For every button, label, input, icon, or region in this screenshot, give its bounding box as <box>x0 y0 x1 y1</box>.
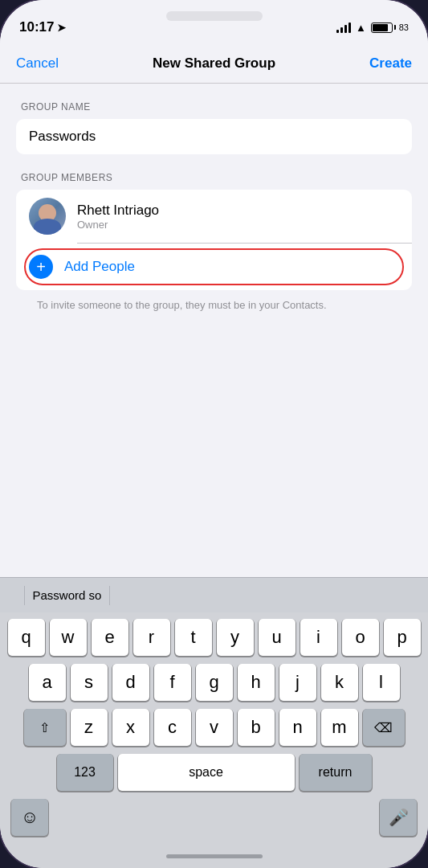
signal-bar-1 <box>336 30 339 33</box>
member-row: Rhett Intriago Owner <box>16 190 412 243</box>
suggestion-center[interactable]: Password so <box>25 585 110 605</box>
key-c[interactable]: c <box>154 709 191 746</box>
key-d[interactable]: d <box>112 664 149 701</box>
home-bar <box>166 854 263 858</box>
key-i[interactable]: i <box>300 619 337 656</box>
keyboard-bottom-row: ☺ 🎤 <box>0 794 428 844</box>
battery-tip <box>394 25 396 30</box>
suggestion-bar: Password so <box>0 577 428 612</box>
key-k[interactable]: k <box>321 664 358 701</box>
keyboard-rows: q w e r t y u i o p a s d f <box>0 612 428 794</box>
key-s[interactable]: s <box>71 664 108 701</box>
key-g[interactable]: g <box>196 664 233 701</box>
status-time: 10:17 ➤ <box>19 19 66 35</box>
battery-percent: 83 <box>399 23 409 32</box>
invite-hint: To invite someone to the group, they mus… <box>16 290 412 313</box>
key-b[interactable]: b <box>238 709 275 746</box>
signal-bars <box>336 23 351 33</box>
suggestion-right <box>110 592 126 599</box>
key-m[interactable]: m <box>321 709 358 746</box>
emoji-key[interactable]: ☺ <box>11 799 48 836</box>
signal-bar-2 <box>340 27 343 33</box>
keyboard-area: Password so q w e r t y u i o p <box>0 577 428 844</box>
key-t[interactable]: t <box>175 619 212 656</box>
key-q[interactable]: q <box>8 619 45 656</box>
signal-bar-4 <box>349 23 351 33</box>
key-u[interactable]: u <box>259 619 296 656</box>
group-name-label: GROUP NAME <box>16 101 412 113</box>
key-l[interactable]: l <box>363 664 400 701</box>
cancel-button[interactable]: Cancel <box>16 55 59 72</box>
backspace-key[interactable]: ⌫ <box>363 709 405 746</box>
key-row-3: ⇧ z x c v b n m ⌫ <box>5 709 423 746</box>
mic-key[interactable]: 🎤 <box>380 799 417 836</box>
shift-key[interactable]: ⇧ <box>24 709 66 746</box>
battery-body <box>371 23 393 33</box>
location-icon: ➤ <box>57 22 66 34</box>
key-row-4: 123 space return <box>5 754 423 791</box>
plus-icon: + <box>29 255 53 279</box>
key-v[interactable]: v <box>196 709 233 746</box>
key-y[interactable]: y <box>217 619 254 656</box>
key-row-1: q w e r t y u i o p <box>5 619 423 656</box>
content-area: GROUP NAME Passwords GROUP MEMBERS <box>0 84 428 577</box>
group-name-section: GROUP NAME Passwords <box>0 101 428 154</box>
key-r[interactable]: r <box>133 619 170 656</box>
key-h[interactable]: h <box>238 664 275 701</box>
key-o[interactable]: o <box>342 619 379 656</box>
nav-bar: Cancel New Shared Group Create <box>0 43 428 84</box>
key-e[interactable]: e <box>92 619 128 656</box>
key-n[interactable]: n <box>279 709 316 746</box>
signal-bar-3 <box>344 25 347 33</box>
battery-fill <box>373 24 388 31</box>
avatar-face <box>29 198 66 235</box>
home-indicator <box>0 844 428 868</box>
key-z[interactable]: z <box>71 709 108 746</box>
group-members-label: GROUP MEMBERS <box>16 172 412 183</box>
battery-icon: 83 <box>371 23 409 33</box>
plus-symbol: + <box>36 259 46 275</box>
add-people-row[interactable]: + Add People <box>16 244 412 290</box>
create-button[interactable]: Create <box>369 55 412 72</box>
member-info: Rhett Intriago Owner <box>77 203 159 231</box>
phone-screen: 10:17 ➤ ▲ 83 <box>0 0 428 868</box>
group-members-section: GROUP MEMBERS Rhett Intriago Owner <box>0 172 428 313</box>
key-a[interactable]: a <box>29 664 66 701</box>
wifi-icon: ▲ <box>356 22 366 34</box>
avatar-body <box>34 219 61 235</box>
phone-frame: 10:17 ➤ ▲ 83 <box>0 0 428 868</box>
member-role: Owner <box>77 219 159 231</box>
return-key[interactable]: return <box>300 754 372 791</box>
nav-title: New Shared Group <box>153 55 275 72</box>
avatar <box>29 198 66 235</box>
numbers-key[interactable]: 123 <box>57 754 113 791</box>
key-f[interactable]: f <box>154 664 191 701</box>
dynamic-island <box>166 11 263 21</box>
space-key[interactable]: space <box>118 754 295 791</box>
suggestion-left <box>8 592 24 599</box>
key-j[interactable]: j <box>279 664 316 701</box>
add-people-label[interactable]: Add People <box>64 259 135 275</box>
key-w[interactable]: w <box>50 619 87 656</box>
status-icons: ▲ 83 <box>336 22 409 34</box>
key-row-2: a s d f g h j k l <box>5 664 423 701</box>
member-name: Rhett Intriago <box>77 203 159 219</box>
key-x[interactable]: x <box>112 709 149 746</box>
members-list: Rhett Intriago Owner + Add People <box>16 190 412 290</box>
status-bar: 10:17 ➤ ▲ 83 <box>0 0 428 43</box>
group-name-input[interactable]: Passwords <box>16 119 412 154</box>
key-p[interactable]: p <box>384 619 421 656</box>
time-display: 10:17 <box>19 19 54 35</box>
